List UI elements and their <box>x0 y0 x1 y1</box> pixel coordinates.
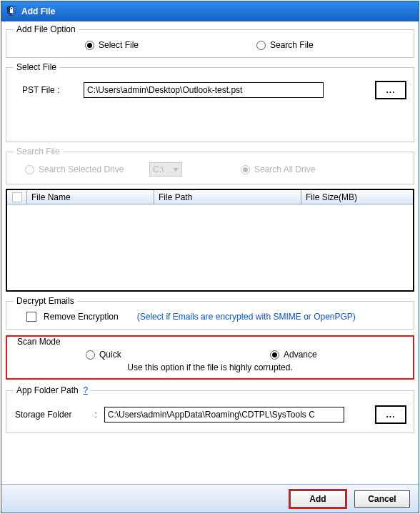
browse-pst-button[interactable]: ... <box>375 81 406 99</box>
header-checkbox-cell[interactable] <box>7 190 27 204</box>
radio-icon <box>86 350 95 360</box>
advance-scan-radio[interactable]: Advance <box>270 350 317 360</box>
advance-scan-label: Advance <box>284 350 317 360</box>
drive-select: C:\ <box>149 162 182 177</box>
cancel-button[interactable]: Cancel <box>354 490 410 508</box>
select-file-legend: Select File <box>14 62 59 72</box>
col-file-name[interactable]: File Name <box>27 190 154 204</box>
search-file-radio[interactable]: Search File <box>256 40 314 50</box>
scan-mode-hint: Use this option if the file is highly co… <box>127 362 292 372</box>
browse-storage-folder-button[interactable]: ... <box>375 405 406 424</box>
radio-icon <box>256 41 266 50</box>
search-selected-drive-label: Search Selected Drive <box>39 164 124 174</box>
radio-icon <box>270 350 279 360</box>
quick-scan-radio[interactable]: Quick <box>86 350 270 360</box>
app-folder-path-legend-text: App Folder Path <box>16 385 79 395</box>
remove-encryption-checkbox[interactable] <box>26 312 36 322</box>
decrypt-hint: (Select if Emails are encrypted with SMI… <box>137 312 356 322</box>
search-all-drive-radio: Search All Drive <box>241 164 315 174</box>
app-folder-path-group: App Folder Path ? Storage Folder : ... <box>6 385 414 433</box>
search-file-legend: Search File <box>14 147 63 157</box>
col-file-path[interactable]: File Path <box>154 190 301 204</box>
scan-mode-legend: Scan Mode <box>14 337 64 347</box>
scan-mode-group: Scan Mode Quick Advance Use this option … <box>7 337 413 378</box>
scan-mode-highlight: Scan Mode Quick Advance Use this option … <box>6 335 414 380</box>
search-file-group: Search File Search Selected Drive C:\ Se… <box>6 147 414 184</box>
select-all-checkbox[interactable] <box>12 192 22 202</box>
search-file-radio-label: Search File <box>270 40 314 50</box>
radio-icon <box>241 165 250 174</box>
add-file-option-legend: Add File Option <box>14 24 79 34</box>
add-file-option-group: Add File Option Select File Search File <box>6 24 414 58</box>
select-file-group: Select File PST File : ... <box>6 62 414 142</box>
search-all-drive-label: Search All Drive <box>254 164 315 174</box>
radio-icon <box>85 41 94 50</box>
add-button[interactable]: Add <box>290 490 346 508</box>
remove-encryption-label: Remove Encryption <box>44 312 119 322</box>
table-body <box>7 204 413 290</box>
pst-file-label: PST File : <box>22 85 71 95</box>
col-file-size[interactable]: File Size(MB) <box>301 190 413 204</box>
select-file-radio[interactable]: Select File <box>85 40 256 50</box>
window-title: Add File <box>21 6 55 16</box>
dialog-footer: Add Cancel <box>1 484 419 513</box>
storage-folder-colon: : <box>94 410 96 420</box>
decrypt-emails-legend: Decrypt Emails <box>14 296 77 306</box>
app-folder-help-link[interactable]: ? <box>83 385 88 395</box>
chevron-down-icon <box>173 168 179 172</box>
svg-rect-0 <box>10 9 13 13</box>
quick-scan-label: Quick <box>99 350 121 360</box>
titlebar: Add File <box>1 1 419 21</box>
shield-icon <box>6 5 21 19</box>
add-file-dialog: Add File Add File Option Select File Sea… <box>1 1 419 513</box>
drive-select-value: C:\ <box>153 164 164 174</box>
storage-folder-label: Storage Folder <box>15 410 71 420</box>
decrypt-emails-group: Decrypt Emails Remove Encryption (Select… <box>6 296 414 330</box>
app-folder-path-legend: App Folder Path ? <box>14 385 91 395</box>
storage-folder-input[interactable] <box>104 407 344 422</box>
search-selected-drive-radio: Search Selected Drive <box>25 164 141 174</box>
radio-icon <box>25 165 34 174</box>
select-file-radio-label: Select File <box>99 40 139 50</box>
file-table: File Name File Path File Size(MB) <box>6 189 414 292</box>
table-header: File Name File Path File Size(MB) <box>7 190 413 204</box>
pst-file-input[interactable] <box>84 82 324 98</box>
